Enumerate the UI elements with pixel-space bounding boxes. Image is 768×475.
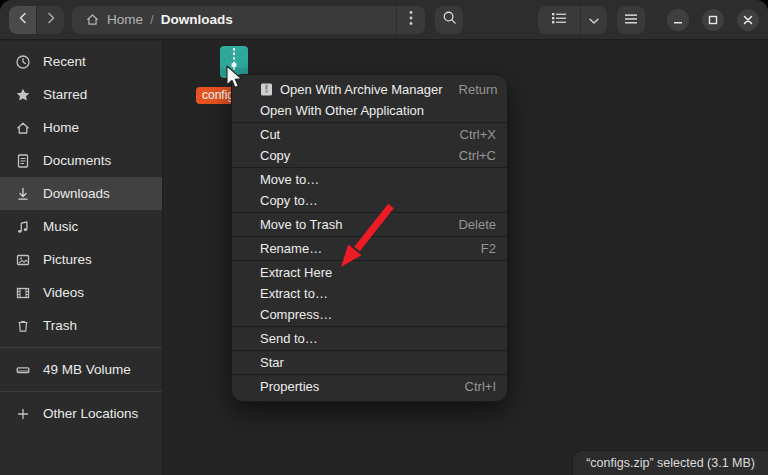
- menu-item-label: Send to…: [260, 331, 318, 346]
- menu-group-send: Send to…: [232, 326, 507, 350]
- plus-icon: [15, 406, 31, 422]
- menu-group-move-copy: Move to… Copy to…: [232, 167, 507, 212]
- menu-group-star: Star: [232, 350, 507, 374]
- menu-item-label: Extract Here: [260, 265, 332, 280]
- maximize-icon: [708, 11, 718, 29]
- breadcrumb-separator: /: [150, 12, 154, 27]
- picture-icon: [15, 252, 31, 268]
- menu-item-shortcut: Delete: [442, 217, 496, 232]
- close-icon: [743, 11, 753, 29]
- back-button[interactable]: [9, 6, 36, 34]
- forward-button[interactable]: [37, 6, 64, 34]
- sidebar-item-videos[interactable]: Videos: [0, 276, 162, 309]
- menu-item-label: Copy to…: [260, 193, 318, 208]
- menu-item-cut[interactable]: Cut Ctrl+X: [232, 124, 507, 145]
- menu-item-properties[interactable]: Properties Ctrl+I: [232, 376, 507, 397]
- selection-status-text: “configs.zip” selected (3.1 MB): [586, 456, 755, 470]
- archive-manager-icon: [259, 83, 273, 97]
- menu-item-send-to[interactable]: Send to…: [232, 328, 507, 349]
- menu-item-shortcut: Ctrl+X: [444, 127, 496, 142]
- path-options-button[interactable]: [396, 6, 425, 34]
- sidebar-item-label: Trash: [43, 318, 77, 333]
- pathbar: Home / Downloads: [72, 6, 425, 34]
- minimize-button[interactable]: [667, 9, 689, 31]
- sidebar-item-label: Recent: [43, 54, 86, 69]
- sidebar-item-label: 49 MB Volume: [43, 362, 131, 377]
- chevron-left-icon: [16, 11, 30, 29]
- list-view-icon: [551, 11, 567, 29]
- menu-item-label: Rename…: [260, 241, 322, 256]
- menu-group-open: Open With Archive Manager Return Open Wi…: [232, 78, 507, 122]
- home-icon: [15, 120, 31, 136]
- sidebar-item-label: Pictures: [43, 252, 92, 267]
- download-icon: [15, 186, 31, 202]
- menu-item-copy-to[interactable]: Copy to…: [232, 190, 507, 211]
- close-button[interactable]: [737, 9, 759, 31]
- search-icon: [442, 10, 457, 29]
- menu-item-label: Compress…: [260, 307, 332, 322]
- maximize-button[interactable]: [702, 9, 724, 31]
- list-view-button[interactable]: [538, 6, 580, 34]
- view-switcher: [538, 6, 607, 34]
- breadcrumb-home[interactable]: Home: [107, 12, 143, 27]
- menu-item-compress[interactable]: Compress…: [232, 304, 507, 325]
- menu-item-label: Copy: [260, 148, 290, 163]
- menu-item-shortcut: Ctrl+C: [443, 148, 496, 163]
- view-options-button[interactable]: [580, 6, 607, 34]
- menu-item-label: Open With Archive Manager: [280, 82, 443, 97]
- menu-item-extract-here[interactable]: Extract Here: [232, 262, 507, 283]
- drive-icon: [15, 362, 31, 378]
- menu-item-extract-to[interactable]: Extract to…: [232, 283, 507, 304]
- menu-item-label: Open With Other Application: [260, 103, 424, 118]
- sidebar-item-label: Downloads: [43, 186, 110, 201]
- breadcrumb-current[interactable]: Downloads: [161, 12, 233, 27]
- menu-group-rename: Rename… F2: [232, 236, 507, 260]
- menu-item-open-with-other-application[interactable]: Open With Other Application: [232, 100, 507, 121]
- hamburger-menu-icon: [624, 11, 638, 29]
- menu-group-trash: Move to Trash Delete: [232, 212, 507, 236]
- sidebar-item-music[interactable]: Music: [0, 210, 162, 243]
- header-bar: Home / Downloads: [0, 0, 768, 40]
- sidebar-item-label: Documents: [43, 153, 111, 168]
- sidebar-item-pictures[interactable]: Pictures: [0, 243, 162, 276]
- sidebar-item-downloads[interactable]: Downloads: [0, 177, 162, 210]
- sidebar-item-label: Videos: [43, 285, 84, 300]
- navigation-buttons: [9, 6, 64, 34]
- window-controls: [667, 9, 759, 31]
- menu-item-label: Move to…: [260, 172, 319, 187]
- sidebar-item-trash[interactable]: Trash: [0, 309, 162, 342]
- selection-status-bar: “configs.zip” selected (3.1 MB): [572, 450, 768, 475]
- clock-icon: [15, 54, 31, 70]
- menu-item-shortcut: Ctrl+I: [449, 379, 496, 394]
- context-menu: Open With Archive Manager Return Open Wi…: [231, 74, 508, 402]
- sidebar-item-other-locations[interactable]: Other Locations: [0, 397, 162, 430]
- menu-item-move-to-trash[interactable]: Move to Trash Delete: [232, 214, 507, 235]
- menu-item-copy[interactable]: Copy Ctrl+C: [232, 145, 507, 166]
- menu-item-rename[interactable]: Rename… F2: [232, 238, 507, 259]
- sidebar-item-volume[interactable]: 49 MB Volume: [0, 353, 162, 386]
- sidebar-item-label: Home: [43, 120, 79, 135]
- search-button[interactable]: [435, 6, 463, 34]
- sidebar-item-home[interactable]: Home: [0, 111, 162, 144]
- main-menu-button[interactable]: [617, 6, 645, 34]
- sidebar-item-recent[interactable]: Recent: [0, 45, 162, 78]
- film-icon: [15, 285, 31, 301]
- menu-group-archive: Extract Here Extract to… Compress…: [232, 260, 507, 326]
- menu-item-label: Extract to…: [260, 286, 328, 301]
- document-icon: [15, 153, 31, 169]
- menu-group-clipboard: Cut Ctrl+X Copy Ctrl+C: [232, 122, 507, 167]
- sidebar-item-label: Music: [43, 219, 78, 234]
- sidebar-separator: [0, 347, 162, 348]
- menu-item-move-to[interactable]: Move to…: [232, 169, 507, 190]
- menu-item-star[interactable]: Star: [232, 352, 507, 373]
- trash-icon: [15, 318, 31, 334]
- menu-item-open-with-archive-manager[interactable]: Open With Archive Manager Return: [232, 79, 507, 100]
- home-icon: [84, 12, 100, 28]
- breadcrumb[interactable]: Home / Downloads: [72, 6, 396, 34]
- kebab-menu-icon: [409, 10, 413, 30]
- sidebar-separator: [0, 391, 162, 392]
- sidebar-item-documents[interactable]: Documents: [0, 144, 162, 177]
- menu-group-properties: Properties Ctrl+I: [232, 374, 507, 398]
- sidebar-item-starred[interactable]: Starred: [0, 78, 162, 111]
- menu-item-shortcut: Return: [443, 82, 498, 97]
